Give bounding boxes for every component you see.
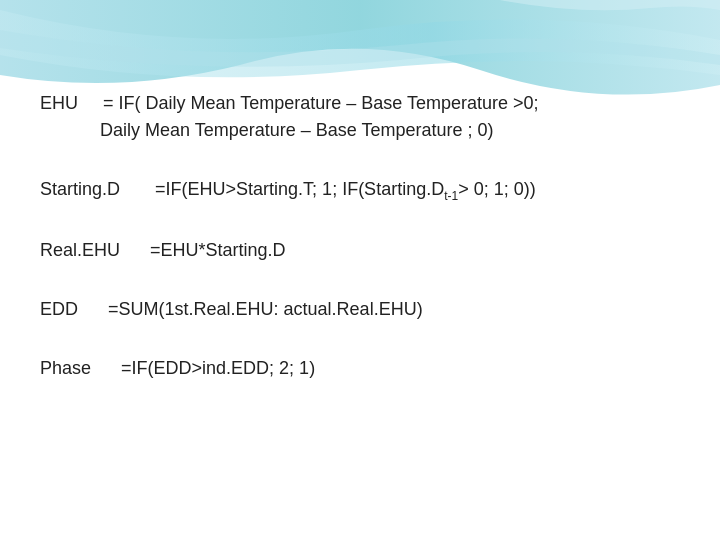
startingd-formula-line: Starting.D =IF(EHU>Starting.T; 1; IF(Sta… [40, 176, 680, 205]
ehu-line2-text: Daily Mean Temperature – Base Temperatur… [100, 120, 494, 140]
phase-formula-block: Phase =IF(EDD>ind.EDD; 2; 1) [40, 355, 680, 382]
phase-formula-line: Phase =IF(EDD>ind.EDD; 2; 1) [40, 355, 680, 382]
startingd-subscript: t-1 [444, 189, 458, 203]
phase-formula-text: =IF(EDD>ind.EDD; 2; 1) [121, 358, 315, 378]
startingd-formula-block: Starting.D =IF(EHU>Starting.T; 1; IF(Sta… [40, 176, 680, 205]
ehu-formula-line: EHU = IF( Daily Mean Temperature – Base … [40, 90, 680, 117]
edd-formula-line: EDD =SUM(1st.Real.EHU: actual.Real.EHU) [40, 296, 680, 323]
ehu-label: EHU [40, 93, 78, 113]
realehu-label: Real.EHU [40, 240, 120, 260]
realehu-formula-line: Real.EHU =EHU*Starting.D [40, 237, 680, 264]
realehu-formula-block: Real.EHU =EHU*Starting.D [40, 237, 680, 264]
ehu-line1-text: = IF( Daily Mean Temperature – Base Temp… [103, 93, 539, 113]
realehu-formula-text: =EHU*Starting.D [150, 240, 286, 260]
edd-formula-block: EDD =SUM(1st.Real.EHU: actual.Real.EHU) [40, 296, 680, 323]
startingd-formula-text: =IF(EHU>Starting.T; 1; IF(Starting.Dt-1>… [155, 179, 536, 199]
startingd-label: Starting.D [40, 179, 120, 199]
ehu-formula-block: EHU = IF( Daily Mean Temperature – Base … [40, 90, 680, 144]
content-area: EHU = IF( Daily Mean Temperature – Base … [40, 90, 680, 520]
edd-label: EDD [40, 299, 78, 319]
phase-label: Phase [40, 358, 91, 378]
ehu-line2: Daily Mean Temperature – Base Temperatur… [100, 117, 680, 144]
edd-formula-text: =SUM(1st.Real.EHU: actual.Real.EHU) [108, 299, 423, 319]
